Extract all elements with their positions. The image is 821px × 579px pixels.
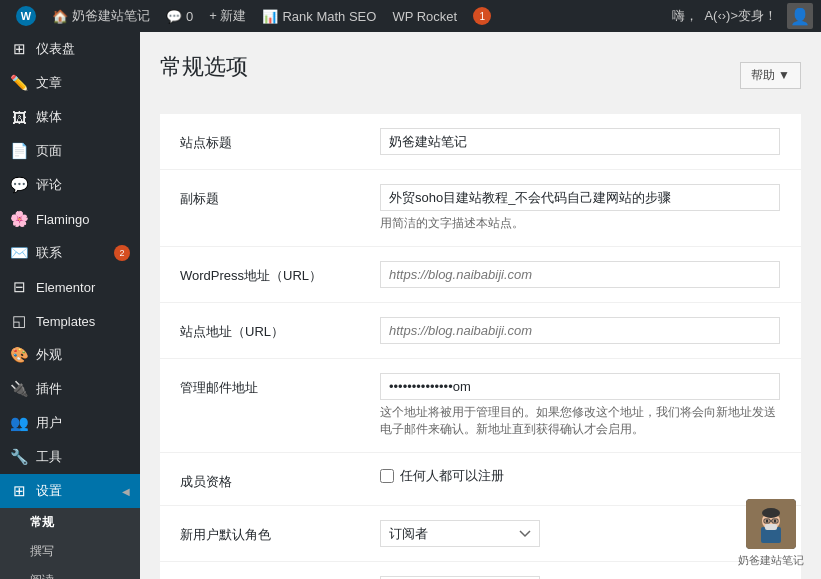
notification-badge: 1	[473, 7, 491, 25]
sidebar-item-posts[interactable]: ✏️ 文章	[0, 66, 140, 100]
comments-button[interactable]: 💬 0	[158, 0, 201, 32]
tagline-label: 副标题	[180, 184, 380, 208]
help-button[interactable]: 帮助 ▼	[740, 62, 801, 89]
admin-email-row: 管理邮件地址 这个地址将被用于管理目的。如果您修改这个地址，我们将会向新地址发送…	[160, 359, 801, 453]
new-content-button[interactable]: + 新建	[201, 0, 254, 32]
svg-point-3	[762, 508, 780, 518]
sidebar-item-media[interactable]: 🖼 媒体	[0, 100, 140, 134]
settings-icon: ⊞	[10, 482, 28, 500]
posts-icon: ✏️	[10, 74, 28, 92]
templates-icon: ◱	[10, 312, 28, 330]
membership-row: 成员资格 任何人都可以注册	[160, 453, 801, 506]
sidebar-item-settings[interactable]: ⊞ 设置 ◀	[0, 474, 140, 508]
tagline-row: 副标题 用简洁的文字描述本站点。	[160, 170, 801, 247]
default-role-label: 新用户默认角色	[180, 520, 380, 544]
avatar-svg	[746, 499, 796, 549]
wp-address-row: WordPress地址（URL）	[160, 247, 801, 303]
main-content-area: 常规选项 帮助 ▼ 站点标题 副标题 用简洁的文字描述本站点。	[140, 32, 821, 579]
wp-address-label: WordPress地址（URL）	[180, 261, 380, 285]
wp-address-control	[380, 261, 781, 288]
default-role-row: 新用户默认角色 订阅者	[160, 506, 801, 562]
admin-email-label: 管理邮件地址	[180, 373, 380, 397]
settings-submenu: 常规 撰写 阅读 讨论	[0, 508, 140, 579]
media-icon: 🖼	[10, 109, 28, 126]
comments-nav-icon: 💬	[10, 176, 28, 194]
user-menu-button[interactable]: A(‹›)>变身！	[698, 0, 783, 32]
admin-bar-right: 嗨， A(‹›)>变身！ 👤	[672, 0, 813, 32]
sidebar-item-users[interactable]: 👥 用户	[0, 406, 140, 440]
tagline-hint: 用简洁的文字描述本站点。	[380, 215, 781, 232]
wp-admin-layout: ⊞ 仪表盘 ✏️ 文章 🖼 媒体 📄 页面 💬 评论 🌸 Flamingo ✉️…	[0, 32, 821, 579]
site-address-control	[380, 317, 781, 344]
contact-badge: 2	[114, 245, 130, 261]
wp-logo-button[interactable]: W	[8, 0, 44, 32]
site-address-row: 站点地址（URL）	[160, 303, 801, 359]
pages-icon: 📄	[10, 142, 28, 160]
sidebar-item-dashboard[interactable]: ⊞ 仪表盘	[0, 32, 140, 66]
settings-form: 站点标题 副标题 用简洁的文字描述本站点。 WordPress地址（URL）	[160, 114, 801, 579]
default-role-select[interactable]: 订阅者	[380, 520, 540, 547]
user-avatar[interactable]: 👤	[787, 3, 813, 29]
rank-math-icon: 📊	[262, 9, 278, 24]
contact-icon: ✉️	[10, 244, 28, 262]
site-name-button[interactable]: 🏠 奶爸建站笔记	[44, 0, 158, 32]
wp-address-input[interactable]	[380, 261, 780, 288]
site-avatar-widget: 奶爸建站笔记	[731, 499, 811, 569]
wp-logo-icon: W	[16, 6, 36, 26]
avatar-site-name: 奶爸建站笔记	[738, 553, 804, 568]
sidebar-item-elementor[interactable]: ⊟ Elementor	[0, 270, 140, 304]
users-icon: 👥	[10, 414, 28, 432]
submenu-item-general[interactable]: 常规	[0, 508, 140, 537]
membership-label: 成员资格	[180, 467, 380, 491]
admin-email-input[interactable]	[380, 373, 780, 400]
tagline-input[interactable]	[380, 184, 780, 211]
comments-icon: 💬	[166, 9, 182, 24]
sidebar-item-tools[interactable]: 🔧 工具	[0, 440, 140, 474]
sidebar-item-comments[interactable]: 💬 评论	[0, 168, 140, 202]
site-title-label: 站点标题	[180, 128, 380, 152]
admin-email-hint: 这个地址将被用于管理目的。如果您修改这个地址，我们将会向新地址发送电子邮件来确认…	[380, 404, 781, 438]
sidebar-item-appearance[interactable]: 🎨 外观	[0, 338, 140, 372]
site-address-input[interactable]	[380, 317, 780, 344]
submenu-item-reading[interactable]: 阅读	[0, 566, 140, 579]
submenu-item-writing[interactable]: 撰写	[0, 537, 140, 566]
elementor-icon: ⊟	[10, 278, 28, 296]
membership-checkbox-label: 任何人都可以注册	[400, 467, 504, 485]
appearance-icon: 🎨	[10, 346, 28, 364]
page-title: 常规选项	[160, 52, 248, 82]
tagline-control: 用简洁的文字描述本站点。	[380, 184, 781, 232]
site-title-row: 站点标题	[160, 114, 801, 170]
membership-checkbox-row: 任何人都可以注册	[380, 467, 781, 485]
avatar-icon: 👤	[790, 7, 810, 26]
sidebar-item-flamingo[interactable]: 🌸 Flamingo	[0, 202, 140, 236]
rank-math-button[interactable]: 📊 Rank Math SEO	[254, 0, 384, 32]
admin-email-control: 这个地址将被用于管理目的。如果您修改这个地址，我们将会向新地址发送电子邮件来确认…	[380, 373, 781, 438]
sidebar-item-pages[interactable]: 📄 页面	[0, 134, 140, 168]
sidebar-item-plugins[interactable]: 🔌 插件	[0, 372, 140, 406]
default-role-control: 订阅者	[380, 520, 781, 547]
sidebar-item-templates[interactable]: ◱ Templates	[0, 304, 140, 338]
flamingo-icon: 🌸	[10, 210, 28, 228]
site-language-row: 站点语言 🌐 简体中文	[160, 562, 801, 579]
home-icon: 🏠	[52, 9, 68, 24]
wp-rocket-button[interactable]: WP Rocket	[384, 0, 465, 32]
membership-checkbox[interactable]	[380, 469, 394, 483]
membership-control: 任何人都可以注册	[380, 467, 781, 485]
admin-sidebar: ⊞ 仪表盘 ✏️ 文章 🖼 媒体 📄 页面 💬 评论 🌸 Flamingo ✉️…	[0, 32, 140, 579]
settings-arrow-icon: ◀	[122, 486, 130, 497]
svg-point-5	[774, 520, 777, 523]
avatar-image	[746, 499, 796, 549]
admin-bar: W 🏠 奶爸建站笔记 💬 0 + 新建 📊 Rank Math SEO WP R…	[0, 0, 821, 32]
svg-point-4	[766, 520, 769, 523]
site-address-label: 站点地址（URL）	[180, 317, 380, 341]
sidebar-item-contact[interactable]: ✉️ 联系 2	[0, 236, 140, 270]
tools-icon: 🔧	[10, 448, 28, 466]
site-title-input[interactable]	[380, 128, 780, 155]
svg-rect-9	[765, 524, 777, 530]
dashboard-icon: ⊞	[10, 40, 28, 58]
plugins-icon: 🔌	[10, 380, 28, 398]
site-title-control	[380, 128, 781, 155]
